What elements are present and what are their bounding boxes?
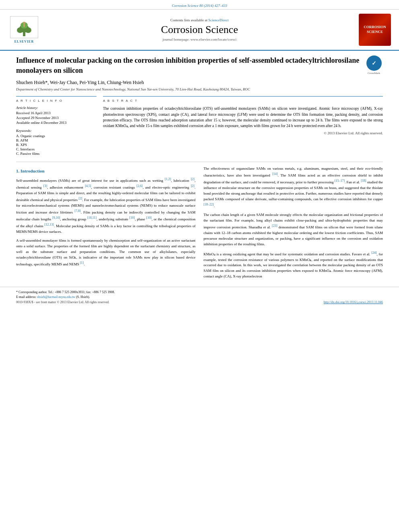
body-col-right: The effectiveness of organosilane SAMs o…	[204, 166, 383, 283]
journal-top-header: Corrosion Science 80 (2014) 427–433	[0, 0, 399, 10]
elsevier-logo-box	[10, 16, 38, 38]
body-col-left: 1. Introduction Self-assembled monolayer…	[16, 166, 195, 283]
svg-rect-6	[23, 24, 25, 27]
abstract-text: The corrosion inhibition properties of o…	[103, 106, 383, 129]
keyword-4: C. Interfaces	[16, 147, 97, 151]
sciencedirect-link[interactable]: ScienceDirect	[208, 18, 228, 22]
body-content: 1. Introduction Self-assembled monolayer…	[0, 166, 399, 283]
journal-header: ELSEVIER Contents lists available at Sci…	[0, 10, 399, 51]
footnote-email: E-mail address: shsieh@facmail.nsysu.edu…	[16, 295, 383, 299]
section1-title: 1. Introduction	[16, 168, 195, 175]
footer-issn: 0010-938X/$ - see front matter © 2013 El…	[16, 300, 109, 304]
article-title: Influence of molecular packing on the co…	[16, 55, 361, 76]
contents-line: Contents lists available at ScienceDirec…	[40, 18, 359, 22]
history-accepted: Accepted 29 November 2013	[16, 116, 97, 120]
crossmark-icon: ✓	[366, 55, 382, 71]
body-para-4: The carbon chain length of a given SAM m…	[204, 212, 383, 247]
journal-center: Contents lists available at ScienceDirec…	[40, 18, 359, 41]
article-info-label: A R T I C L E I N F O	[16, 99, 97, 103]
email-link[interactable]: shsieh@facmail.nsysu.edu.tw	[37, 295, 75, 299]
history-available: Available online 4 December 2013	[16, 121, 97, 125]
article-info-col: A R T I C L E I N F O Article history: R…	[16, 96, 97, 156]
keyword-3: B. XPS	[16, 143, 97, 147]
authors: Shuchen Hsieh*, Wei-Jay Chao, Pei-Ying L…	[16, 80, 383, 86]
history-received: Received 16 April 2013	[16, 111, 97, 115]
elsevier-tree-svg	[12, 17, 36, 37]
footnote-corresponding: * Corresponding author. Tel.: +886 7 525…	[16, 290, 383, 294]
body-para-3: The effectiveness of organosilane SAMs o…	[204, 166, 383, 209]
info-abstract-section: A R T I C L E I N F O Article history: R…	[16, 96, 383, 156]
crossmark: ✓ CrossMark	[365, 55, 383, 75]
article-history-label: Article history:	[16, 106, 97, 110]
abstract-col: A B S T R A C T The corrosion inhibition…	[103, 96, 383, 156]
svg-point-2	[17, 27, 23, 33]
keyword-2: B. AFM	[16, 138, 97, 142]
article-title-section: Influence of molecular packing on the co…	[16, 55, 383, 76]
journal-ref: Corrosion Science 80 (2014) 427–433	[172, 4, 227, 8]
copyright-line: © 2013 Elsevier Ltd. All rights reserved…	[103, 131, 383, 135]
elsevier-text: ELSEVIER	[14, 40, 34, 43]
body-para-5: KMnO₄ is a strong oxidizing agent that m…	[204, 251, 383, 280]
body-para-2: A self-assembled monolayer films is form…	[16, 238, 195, 267]
article-content: Influence of molecular packing on the co…	[0, 51, 399, 162]
keywords-label: Keywords:	[16, 129, 97, 133]
footer: * Corresponding author. Tel.: +886 7 525…	[0, 287, 399, 306]
journal-homepage: journal homepage: www.elsevier.com/locat…	[40, 37, 359, 41]
footer-bottom: 0010-938X/$ - see front matter © 2013 El…	[16, 300, 383, 304]
affiliation: Department of Chemistry and Center for N…	[16, 87, 383, 91]
crossmark-label: CrossMark	[368, 72, 380, 75]
section-divider	[16, 162, 383, 162]
body-para-1: Self-assembled monolayers (SAMs) are of …	[16, 177, 195, 234]
svg-point-3	[25, 27, 31, 33]
abstract-label: A B S T R A C T	[103, 99, 383, 103]
elsevier-logo: ELSEVIER	[8, 16, 40, 43]
journal-name: Corrosion Science	[40, 24, 359, 36]
svg-point-5	[23, 22, 25, 24]
keyword-1: A. Organic coatings	[16, 134, 97, 138]
keyword-5: C. Passive films	[16, 152, 97, 156]
footer-doi[interactable]: http://dx.doi.org/10.1016/j.corsci.2013.…	[324, 300, 383, 304]
journal-right-logo: CORROSION SCIENCE	[359, 14, 391, 46]
